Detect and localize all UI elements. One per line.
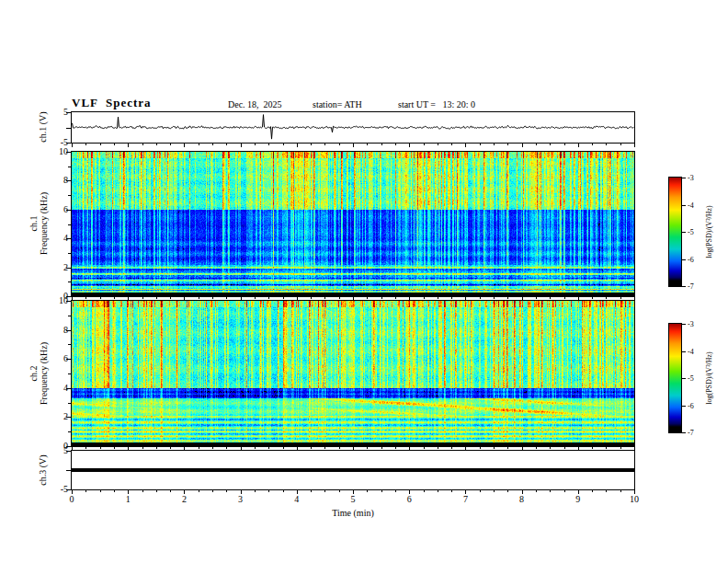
x-tick-mark — [283, 297, 284, 299]
x-tick-mark — [564, 447, 565, 449]
header-date: Dec. 18, 2025 — [228, 99, 282, 109]
x-tick-mark — [381, 447, 382, 449]
x-tick-label: 2 — [176, 494, 192, 504]
ch1-wave-ylabel: ch.1 (V) — [38, 111, 48, 142]
y-tick-label: -5 — [50, 484, 68, 494]
y-tick-label: 2 — [50, 411, 68, 421]
x-tick-mark — [564, 297, 565, 299]
ch3-flatline — [72, 468, 634, 472]
x-tick-mark — [564, 490, 565, 492]
colorbar-tick-mark — [682, 406, 686, 407]
x-tick-mark — [606, 144, 607, 145]
x-tick-mark — [283, 144, 284, 145]
x-tick-mark — [170, 447, 171, 449]
x-tick-mark — [72, 447, 73, 451]
x-tick-mark — [283, 447, 284, 449]
y-tick-mark — [68, 373, 71, 374]
x-tick-mark — [199, 144, 199, 145]
figure-title: VLF Spectra — [72, 96, 152, 110]
x-tick-mark — [353, 297, 354, 301]
x-tick-mark — [324, 297, 325, 299]
x-tick-mark — [451, 144, 452, 145]
x-tick-mark — [85, 297, 86, 299]
x-tick-mark — [114, 297, 115, 299]
x-tick-mark — [367, 144, 368, 145]
header-start-ut: start UT = 13: 20: 0 — [398, 99, 475, 109]
x-tick-mark — [592, 144, 593, 145]
x-tick-mark — [480, 490, 481, 492]
y-tick-mark — [66, 470, 71, 471]
x-tick-mark — [170, 490, 171, 492]
x-tick-mark — [128, 144, 129, 147]
x-tick-mark — [494, 490, 495, 492]
x-tick-mark — [480, 447, 481, 449]
x-tick-mark — [480, 144, 481, 145]
y-tick-mark — [68, 344, 71, 345]
colorbar-tick-label: -3 — [688, 174, 694, 182]
colorbar-tick-label: -7 — [688, 429, 694, 437]
colorbar-tick-mark — [682, 286, 686, 287]
y-tick-label: -5 — [50, 137, 68, 147]
y-tick-mark — [68, 253, 71, 254]
x-tick-mark — [507, 297, 508, 299]
y-tick-label: 5 — [50, 445, 68, 455]
y-tick-mark — [68, 282, 71, 282]
x-tick-mark — [156, 490, 157, 492]
x-tick-mark — [311, 144, 312, 145]
x-tick-mark — [72, 297, 73, 301]
x-tick-mark — [494, 447, 495, 449]
x-tick-mark — [156, 447, 157, 449]
y-tick-mark — [66, 128, 71, 129]
x-tick-mark — [212, 447, 213, 449]
ch3-wave-ylabel: ch.3 (V) — [38, 454, 48, 485]
x-tick-mark — [381, 144, 382, 145]
x-tick-label: 6 — [401, 494, 417, 504]
ch3-waveform-panel — [71, 450, 635, 490]
y-tick-mark — [68, 403, 71, 404]
x-tick-mark — [85, 490, 86, 492]
x-tick-mark — [536, 490, 537, 492]
x-tick-label: 7 — [457, 494, 473, 504]
x-tick-mark — [311, 447, 312, 449]
y-tick-label: 10 — [50, 295, 68, 305]
x-tick-mark — [297, 297, 298, 301]
vlf-spectra-figure: VLF Spectra Dec. 18, 2025 station= ATH s… — [0, 0, 728, 563]
x-axis-title: Time (min) — [72, 508, 634, 518]
colorbar-tick-mark — [682, 351, 686, 352]
colorbar-tick-label: -5 — [688, 228, 694, 236]
x-tick-mark — [522, 447, 523, 451]
x-tick-mark — [578, 297, 579, 301]
y-tick-mark — [68, 224, 71, 225]
x-tick-mark — [620, 447, 621, 449]
x-tick-mark — [184, 447, 185, 451]
x-tick-mark — [199, 490, 199, 492]
colorbar-tick-mark — [682, 432, 686, 433]
x-tick-mark — [212, 297, 213, 299]
colorbar-tick-label: -7 — [688, 282, 694, 291]
x-tick-mark — [226, 144, 227, 145]
x-tick-mark — [507, 144, 508, 145]
ch1-spec-channel-label: ch.1 — [28, 192, 39, 255]
ch1-colorbar — [668, 177, 682, 287]
x-tick-mark — [100, 297, 101, 299]
x-tick-mark — [395, 297, 396, 299]
colorbar-tick-mark — [682, 259, 686, 260]
y-tick-label: 6 — [50, 353, 68, 363]
x-tick-mark — [268, 144, 269, 145]
colorbar-tick-label: -5 — [688, 374, 694, 383]
x-tick-mark — [297, 144, 298, 147]
x-tick-mark — [353, 144, 354, 147]
ch1-colorbar-label: log(PSD)/(V²/Hz) — [705, 205, 713, 259]
x-tick-mark — [142, 490, 143, 492]
y-tick-mark — [68, 431, 71, 432]
x-tick-mark — [438, 297, 438, 299]
x-tick-mark — [241, 297, 242, 301]
x-tick-mark — [507, 490, 508, 492]
x-tick-mark — [494, 297, 495, 299]
x-tick-mark — [100, 490, 101, 492]
ch2-spec-ylabel: ch.2 Frequency (kHz) — [28, 342, 49, 405]
x-tick-mark — [339, 144, 340, 145]
x-tick-mark — [212, 490, 213, 492]
colorbar-tick-mark — [682, 205, 686, 206]
x-tick-mark — [424, 490, 425, 492]
